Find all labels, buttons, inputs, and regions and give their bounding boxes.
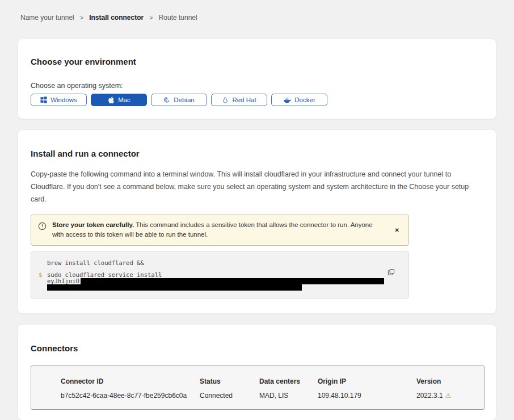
copy-icon[interactable] (386, 267, 396, 279)
os-button-label: Mac (118, 96, 130, 103)
choose-environment-card: Choose your environment Choose an operat… (18, 39, 496, 119)
windows-icon (40, 96, 47, 103)
token-line-1: eyJhIjoiO (39, 278, 401, 284)
breadcrumb-step-name-tunnel[interactable]: Name your tunnel (20, 14, 74, 22)
status-badge: Connected (200, 392, 259, 400)
close-icon[interactable]: ✕ (391, 225, 403, 236)
column-header-connector-id: Connector ID (61, 377, 200, 385)
column-header-data-centers: Data centers (259, 377, 318, 385)
card-title-install: Install and run a connector (31, 130, 483, 158)
cell-data-centers: MAD, LIS (259, 392, 318, 400)
os-button-group: Windows Mac Debian Red Hat Docker (31, 94, 483, 106)
warning-triangle-icon: ⚠ (445, 392, 452, 400)
column-header-version: Version (416, 377, 478, 385)
code-line-brew: brew install cloudflared && (47, 259, 144, 266)
os-button-windows[interactable]: Windows (31, 94, 87, 106)
os-button-debian[interactable]: Debian (151, 94, 207, 106)
alert-circle-icon (38, 222, 47, 233)
os-button-mac[interactable]: Mac (91, 94, 147, 106)
column-header-status: Status (200, 377, 259, 385)
breadcrumb-step-install-connector[interactable]: Install connector (89, 14, 144, 22)
breadcrumb: Name your tunnel > Install connector > R… (0, 0, 514, 22)
card-title-environment: Choose your environment (31, 39, 483, 66)
os-button-label: Debian (174, 96, 194, 103)
os-button-docker[interactable]: Docker (271, 94, 327, 106)
connectors-table: Connector ID Status Data centers Origin … (31, 366, 484, 410)
connectors-card: Connectors Connector ID Status Data cent… (18, 324, 496, 420)
token-prefix: eyJhIjoiO (47, 278, 79, 284)
shell-prompt: $ (39, 271, 47, 278)
os-button-redhat[interactable]: Red Hat (211, 94, 267, 106)
docker-icon (283, 96, 291, 103)
os-button-label: Docker (294, 96, 315, 103)
warning-message: Store your token carefully. This command… (52, 220, 377, 241)
prompt-spacer (39, 259, 47, 266)
breadcrumb-separator: > (80, 14, 83, 21)
token-warning-banner: Store your token carefully. This command… (31, 215, 409, 246)
table-row: Connector ID Status Data centers Origin … (61, 377, 478, 400)
debian-icon (163, 96, 170, 103)
column-header-origin-ip: Origin IP (318, 377, 416, 385)
card-title-connectors: Connectors (31, 325, 483, 353)
breadcrumb-step-route-tunnel[interactable]: Route tunnel (159, 14, 197, 22)
breadcrumb-separator: > (149, 14, 153, 21)
cell-origin-ip: 109.48.10.179 (318, 392, 416, 400)
install-description: Copy-paste the following command into a … (31, 169, 483, 206)
os-button-label: Windows (50, 96, 77, 103)
redacted-token-bar (47, 284, 302, 291)
install-command-code-block: brew install cloudflared && $ sudo cloud… (31, 251, 409, 299)
token-line-2 (39, 284, 401, 291)
redacted-token-bar (81, 278, 384, 284)
version-value: 2022.3.1 (416, 392, 443, 400)
os-button-label: Red Hat (232, 96, 256, 103)
os-select-label: Choose an operating system: (31, 82, 483, 90)
cell-connector-id: b7c52c42-6caa-48ee-8c77-fbe259cb6c0a (61, 392, 200, 400)
install-connector-card: Install and run a connector Copy-paste t… (18, 129, 496, 314)
cell-version: 2022.3.1 ⚠ (416, 392, 478, 400)
redhat-icon (222, 96, 229, 104)
warning-title: Store your token carefully. (52, 221, 134, 228)
apple-icon (107, 96, 115, 104)
